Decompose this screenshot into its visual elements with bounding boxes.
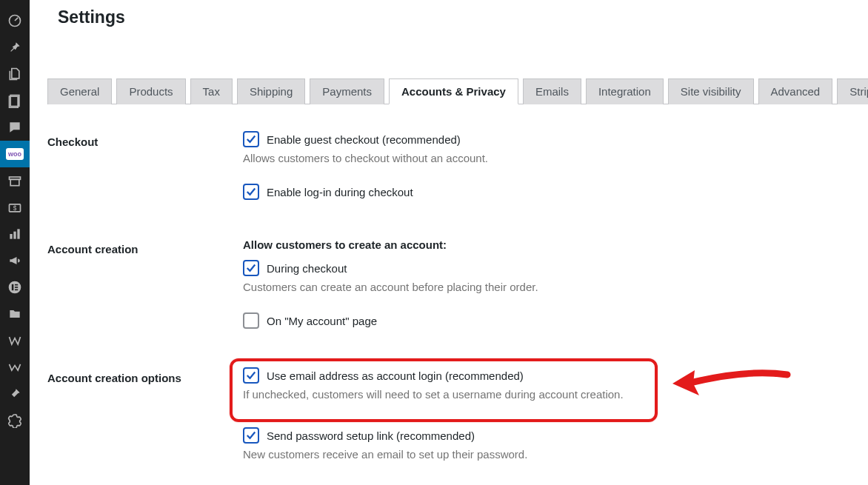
currency-icon: $ bbox=[7, 200, 22, 215]
archive-icon bbox=[7, 173, 22, 188]
checkbox-login-during-checkout[interactable] bbox=[243, 184, 259, 200]
label-send-password-link: Send password setup link (recommended) bbox=[267, 429, 475, 442]
w-icon bbox=[7, 333, 22, 348]
sidebar-item-pages[interactable] bbox=[0, 87, 30, 114]
section-label-options: Account creation options bbox=[47, 367, 243, 384]
section-label-creation: Account creation bbox=[47, 238, 243, 255]
tab-integration[interactable]: Integration bbox=[586, 78, 664, 104]
sidebar-item-pin[interactable] bbox=[0, 34, 30, 61]
section-account-creation-options: Account creation options Use email addre… bbox=[47, 363, 868, 484]
tab-tax[interactable]: Tax bbox=[190, 78, 233, 104]
heading-allow-create: Allow customers to create an account: bbox=[243, 238, 538, 251]
sidebar-item-archive[interactable] bbox=[0, 167, 30, 194]
desc-during-checkout: Customers can create an account before p… bbox=[243, 279, 538, 295]
svg-rect-9 bbox=[17, 229, 19, 238]
label-login-during-checkout: Enable log-in during checkout bbox=[267, 186, 413, 198]
tab-stripe[interactable]: Stripe bbox=[837, 78, 868, 104]
tab-emails[interactable]: Emails bbox=[523, 78, 581, 104]
desc-use-email-as-login: If unchecked, customers will need to set… bbox=[243, 387, 624, 402]
svg-rect-13 bbox=[15, 287, 18, 288]
sidebar-item-settings[interactable] bbox=[0, 407, 30, 434]
sidebar-item-templates[interactable] bbox=[0, 301, 30, 327]
checkbox-use-email-as-login[interactable] bbox=[243, 367, 259, 384]
woocommerce-icon: woo bbox=[6, 148, 24, 160]
section-account-creation: Account creation Allow customers to crea… bbox=[47, 234, 868, 363]
svg-rect-7 bbox=[10, 234, 12, 239]
sidebar-item-payments[interactable]: $ bbox=[0, 194, 30, 221]
tab-accounts-privacy[interactable]: Accounts & Privacy bbox=[389, 78, 518, 104]
elementor-icon bbox=[7, 280, 22, 295]
sidebar-item-media[interactable] bbox=[0, 61, 30, 87]
sidebar-item-comments[interactable] bbox=[0, 114, 30, 141]
checkbox-guest-checkout[interactable] bbox=[243, 131, 259, 147]
checkbox-my-account-page[interactable] bbox=[243, 312, 259, 329]
tab-advanced[interactable]: Advanced bbox=[758, 78, 833, 104]
sidebar-item-analytics[interactable] bbox=[0, 221, 30, 247]
label-during-checkout: During checkout bbox=[267, 262, 347, 275]
tab-site-visibility[interactable]: Site visibility bbox=[668, 78, 754, 104]
comments-icon bbox=[7, 120, 22, 135]
label-guest-checkout: Enable guest checkout (recommended) bbox=[267, 133, 461, 146]
settings-tabs: General Products Tax Shipping Payments A… bbox=[47, 78, 868, 104]
label-my-account-page: On "My account" page bbox=[267, 315, 377, 327]
page-title: Settings bbox=[30, 0, 868, 33]
pages-icon bbox=[7, 93, 22, 108]
analytics-icon bbox=[7, 227, 22, 241]
sidebar-item-marketing[interactable] bbox=[0, 247, 30, 274]
tab-payments[interactable]: Payments bbox=[310, 78, 384, 104]
w2-icon bbox=[7, 360, 22, 375]
dashboard-icon bbox=[7, 13, 22, 28]
checkbox-during-checkout[interactable] bbox=[243, 260, 259, 276]
svg-rect-14 bbox=[15, 290, 18, 291]
desc-guest-checkout: Allows customers to checkout without an … bbox=[243, 150, 488, 166]
settings-content: Checkout Enable guest checkout (recommen… bbox=[30, 104, 868, 484]
media-icon bbox=[7, 67, 22, 81]
sidebar-item-tools[interactable] bbox=[0, 381, 30, 407]
desc-send-password-link: New customers receive an email to set up… bbox=[243, 446, 624, 462]
section-checkout: Checkout Enable guest checkout (recommen… bbox=[47, 127, 868, 234]
templates-icon bbox=[7, 307, 22, 321]
pin-icon bbox=[7, 40, 22, 55]
sidebar-item-dashboard[interactable] bbox=[0, 7, 30, 34]
svg-rect-11 bbox=[12, 284, 13, 290]
tools-icon bbox=[7, 387, 22, 401]
tab-general[interactable]: General bbox=[47, 78, 112, 104]
sidebar-item-w2[interactable] bbox=[0, 354, 30, 381]
svg-rect-12 bbox=[15, 284, 18, 286]
tab-shipping[interactable]: Shipping bbox=[237, 78, 305, 104]
main-panel: Settings General Products Tax Shipping P… bbox=[30, 0, 868, 485]
section-label-checkout: Checkout bbox=[47, 131, 243, 148]
svg-rect-8 bbox=[13, 232, 16, 239]
sidebar-item-w[interactable] bbox=[0, 327, 30, 354]
sidebar-item-elementor[interactable] bbox=[0, 274, 30, 301]
svg-text:$: $ bbox=[13, 204, 17, 212]
tab-products[interactable]: Products bbox=[116, 78, 185, 104]
admin-sidebar: woo $ bbox=[0, 0, 30, 485]
label-use-email-as-login: Use email address as account login (reco… bbox=[267, 369, 524, 382]
marketing-icon bbox=[7, 253, 22, 268]
checkbox-send-password-link[interactable] bbox=[243, 427, 259, 444]
settings-icon bbox=[7, 413, 22, 428]
sidebar-item-woocommerce[interactable]: woo bbox=[0, 141, 30, 167]
svg-rect-4 bbox=[10, 179, 19, 185]
